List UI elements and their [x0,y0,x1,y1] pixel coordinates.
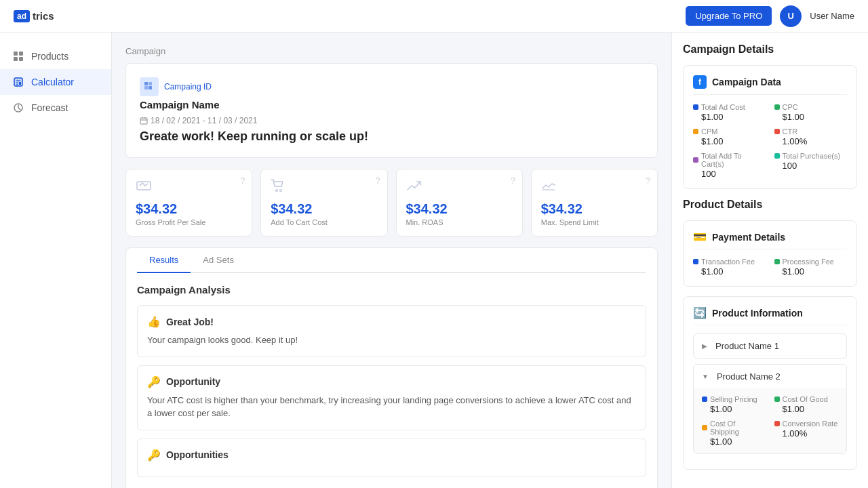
key-icon: 🔑 [147,375,161,388]
analysis-item-opportunities-header: 🔑 Opportunities [147,449,636,462]
stats-row: $34.32 Gross Profit Per Sale ? $34.32 Ad… [125,169,658,237]
stat-info-max-spend[interactable]: ? [646,176,650,186]
logo-ad: ad [14,10,30,22]
campaign-date: 18 / 02 / 2021 - 11 / 03 / 2021 [140,116,644,125]
stat-label-max-spend: Max. Spend Limit [541,218,648,226]
payment-metrics-grid: Transaction Fee $1.00 Processing Fee $1.… [693,258,847,277]
campaign-metrics-grid: Total Ad Cost $1.00 CPC $1.00 CPM $1.00 [693,103,847,179]
metric-cost-of-good: Cost Of Good $1.00 [774,395,839,414]
stat-info-atc[interactable]: ? [376,176,380,186]
atc-icon [271,179,377,196]
analysis-item-opportunity-header: 🔑 Opportunity [147,375,636,388]
logo-trics: trics [33,10,54,22]
svg-line-21 [142,183,145,186]
logo: ad trics [14,10,54,22]
analysis-container: Results Ad Sets Campaign Analysis 👍 Grea… [125,247,658,488]
metric-value-selling-pricing: $1.00 [702,404,766,414]
dot-total-atc [693,157,698,163]
analysis-item-great-job: 👍 Great Job! Your campaign looks good. K… [137,305,646,357]
stat-info-roas[interactable]: ? [511,176,515,186]
dot-cpm [693,129,698,134]
metric-transaction-fee: Transaction Fee $1.00 [693,258,766,277]
metric-value-total-atc: 100 [693,169,766,179]
dot-transaction-fee [693,259,698,264]
product-information-header: 🔄 Product Information [693,306,847,325]
stat-card-gross-profit: $34.32 Gross Profit Per Sale ? [125,169,252,237]
metric-processing-fee: Processing Fee $1.00 [774,258,848,277]
user-name: User Name [810,11,854,21]
dot-cpc [774,104,780,110]
avatar: U [780,5,802,27]
refresh-icon: 🔄 [693,306,707,319]
page-label: Campaign [125,46,658,56]
svg-rect-15 [140,118,147,124]
campaign-id-label: Campaing ID [164,82,212,92]
product-details-title: Product Details [683,199,857,211]
campaign-data-card: f Campaign Data Total Ad Cost $1.00 CPC … [683,65,857,189]
metric-conversion-rate: Conversion Rate 1.00% [774,420,839,447]
tab-results[interactable]: Results [137,248,191,273]
sidebar-item-forecast[interactable]: Forecast [0,95,111,121]
sidebar-products-label: Products [31,51,68,62]
svg-rect-9 [19,82,21,85]
campaign-details-title: Campaign Details [683,43,857,56]
metric-value-cpm: $1.00 [693,136,766,146]
max-spend-icon [541,179,648,196]
analysis-item-opportunities: 🔑 Opportunities [137,439,646,477]
metric-value-conversion-rate: 1.00% [774,428,839,439]
stat-card-roas: $34.32 Min. ROAS ? [396,169,523,237]
metric-total-purchases: Total Purchase(s) 100 [774,152,848,179]
products-icon [12,50,24,62]
dot-cost-of-good [774,396,780,402]
metric-value-total-ad-cost: $1.00 [693,112,766,122]
product-2-metrics-grid: Selling Pricing $1.00 Cost Of Good $1.00 [702,395,838,447]
tabs-row: Results Ad Sets [137,248,646,273]
sidebar: Products Calculator Forecast [0,33,112,488]
metric-value-cost-of-shipping: $1.00 [702,436,766,447]
analysis-text-great-job: Your campaign looks good. Keep it up! [147,333,636,347]
metric-selling-pricing: Selling Pricing $1.00 [702,395,766,414]
thumbs-up-icon: 👍 [147,315,161,328]
metric-total-ad-cost: Total Ad Cost $1.00 [693,103,766,122]
stat-value-max-spend: $34.32 [541,201,648,217]
product-item-1: ▶ Product Name 1 [693,333,847,359]
product-item-1-header[interactable]: ▶ Product Name 1 [694,334,846,358]
stat-card-atc: $34.32 Add To Cart Cost ? [260,169,387,237]
dot-conversion-rate [774,421,780,426]
svg-point-24 [280,190,282,192]
stat-label-roas: Min. ROAS [406,218,513,226]
stat-card-max-spend: $34.32 Max. Spend Limit ? [531,169,658,237]
upgrade-button[interactable]: Upgrade To PRO [686,6,772,26]
right-panel: Campaign Details f Campaign Data Total A… [671,33,868,488]
payment-details-header: 💳 Payment Details [693,230,847,249]
sidebar-item-calculator[interactable]: Calculator [0,69,111,95]
dot-cost-of-shipping [702,425,707,430]
svg-point-23 [276,190,278,192]
gross-profit-icon [136,179,242,196]
metric-total-atc: Total Add To Cart(s) 100 [693,152,766,179]
analysis-section: Campaign Analysis 👍 Great Job! Your camp… [137,284,646,477]
svg-rect-3 [19,57,23,61]
stat-info-gross-profit[interactable]: ? [241,176,245,186]
campaign-headline: Greate work! Keep running or scale up! [140,129,644,144]
sidebar-calculator-label: Calculator [31,77,74,87]
campaign-card: Campaing ID Campaign Name 18 / 02 / 2021… [125,63,658,158]
svg-rect-19 [137,182,151,190]
product-item-2-header[interactable]: ▼ Product Name 2 [694,365,846,388]
analysis-text-opportunity: Your ATC cost is higher than your benchm… [147,394,636,420]
svg-rect-0 [14,52,18,56]
stat-value-gross-profit: $34.32 [136,201,242,217]
stat-label-atc: Add To Cart Cost [271,218,377,226]
metric-value-transaction-fee: $1.00 [693,266,766,277]
forecast-icon [12,102,24,114]
metric-cost-of-shipping: Cost Of Shipping $1.00 [702,420,766,447]
analysis-item-opportunity: 🔑 Opportunity Your ATC cost is higher th… [137,365,646,430]
calculator-icon [12,76,24,88]
metric-value-cpc: $1.00 [774,112,848,122]
metric-value-ctr: 1.00% [774,136,848,146]
sidebar-item-products[interactable]: Products [0,43,111,69]
tab-adsets[interactable]: Ad Sets [191,248,246,273]
metric-value-cost-of-good: $1.00 [774,404,839,414]
product-2-details: Selling Pricing $1.00 Cost Of Good $1.00 [694,388,846,453]
metric-cpc: CPC $1.00 [774,103,848,122]
